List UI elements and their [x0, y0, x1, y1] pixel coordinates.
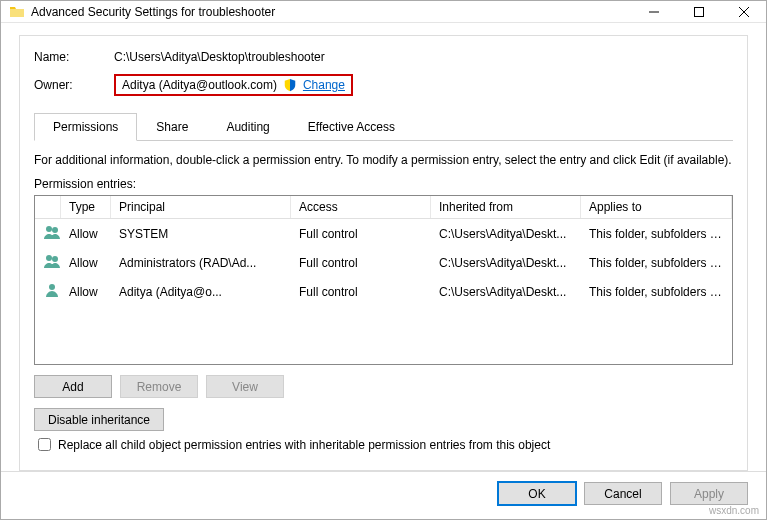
permission-table: Type Principal Access Inherited from App…	[34, 195, 733, 365]
remove-button: Remove	[120, 375, 198, 398]
dialog-buttons: OK Cancel Apply	[1, 471, 766, 519]
principal-icon	[35, 279, 61, 304]
close-button[interactable]	[721, 1, 766, 22]
tab-permissions[interactable]: Permissions	[34, 113, 137, 141]
cell-principal: Administrators (RAD\Ad...	[111, 254, 291, 272]
name-label: Name:	[34, 50, 114, 64]
info-text: For additional information, double-click…	[34, 153, 733, 167]
replace-children-checkbox[interactable]	[38, 438, 51, 451]
cell-applies: This folder, subfolders and files	[581, 254, 732, 272]
cell-principal: SYSTEM	[111, 225, 291, 243]
svg-point-1	[46, 226, 52, 232]
owner-label: Owner:	[34, 78, 114, 92]
cell-inherited: C:\Users\Aditya\Deskt...	[431, 225, 581, 243]
cell-inherited: C:\Users\Aditya\Deskt...	[431, 283, 581, 301]
tabs: Permissions Share Auditing Effective Acc…	[34, 112, 733, 141]
svg-rect-0	[694, 7, 703, 16]
col-type[interactable]: Type	[61, 196, 111, 218]
cell-type: Allow	[61, 225, 111, 243]
svg-point-4	[52, 256, 58, 262]
advanced-security-window: Advanced Security Settings for troublesh…	[0, 0, 767, 520]
table-header: Type Principal Access Inherited from App…	[35, 196, 732, 219]
owner-value: Aditya (Aditya@outlook.com)	[122, 78, 277, 92]
svg-point-5	[49, 284, 55, 290]
col-icon[interactable]	[35, 196, 61, 218]
cell-applies: This folder, subfolders and files	[581, 225, 732, 243]
col-access[interactable]: Access	[291, 196, 431, 218]
replace-children-label: Replace all child object permission entr…	[58, 438, 550, 452]
folder-icon	[9, 4, 25, 20]
watermark: wsxdn.com	[709, 505, 759, 516]
change-owner-link[interactable]: Change	[303, 78, 345, 92]
principal-icon	[35, 221, 61, 246]
titlebar: Advanced Security Settings for troublesh…	[1, 1, 766, 23]
cancel-button[interactable]: Cancel	[584, 482, 662, 505]
minimize-button[interactable]	[631, 1, 676, 22]
shield-icon	[283, 78, 297, 92]
cell-access: Full control	[291, 283, 431, 301]
table-row[interactable]: AllowAdministrators (RAD\Ad...Full contr…	[35, 248, 732, 277]
col-principal[interactable]: Principal	[111, 196, 291, 218]
entries-label: Permission entries:	[34, 177, 733, 191]
tab-effective-access[interactable]: Effective Access	[289, 113, 414, 141]
svg-point-2	[52, 227, 58, 233]
apply-button: Apply	[670, 482, 748, 505]
disable-inheritance-button[interactable]: Disable inheritance	[34, 408, 164, 431]
svg-point-3	[46, 255, 52, 261]
name-value: C:\Users\Aditya\Desktop\troubleshooter	[114, 50, 325, 64]
cell-principal: Aditya (Aditya@o...	[111, 283, 291, 301]
tab-auditing[interactable]: Auditing	[207, 113, 288, 141]
table-row[interactable]: AllowSYSTEMFull controlC:\Users\Aditya\D…	[35, 219, 732, 248]
view-button: View	[206, 375, 284, 398]
cell-access: Full control	[291, 225, 431, 243]
cell-applies: This folder, subfolders and files	[581, 283, 732, 301]
owner-box: Aditya (Aditya@outlook.com) Change	[114, 74, 353, 96]
col-inherited[interactable]: Inherited from	[431, 196, 581, 218]
cell-type: Allow	[61, 254, 111, 272]
window-title: Advanced Security Settings for troublesh…	[31, 5, 631, 19]
cell-access: Full control	[291, 254, 431, 272]
col-applies[interactable]: Applies to	[581, 196, 732, 218]
principal-icon	[35, 250, 61, 275]
cell-inherited: C:\Users\Aditya\Deskt...	[431, 254, 581, 272]
tab-share[interactable]: Share	[137, 113, 207, 141]
add-button[interactable]: Add	[34, 375, 112, 398]
ok-button[interactable]: OK	[498, 482, 576, 505]
cell-type: Allow	[61, 283, 111, 301]
table-row[interactable]: AllowAditya (Aditya@o...Full controlC:\U…	[35, 277, 732, 306]
maximize-button[interactable]	[676, 1, 721, 22]
